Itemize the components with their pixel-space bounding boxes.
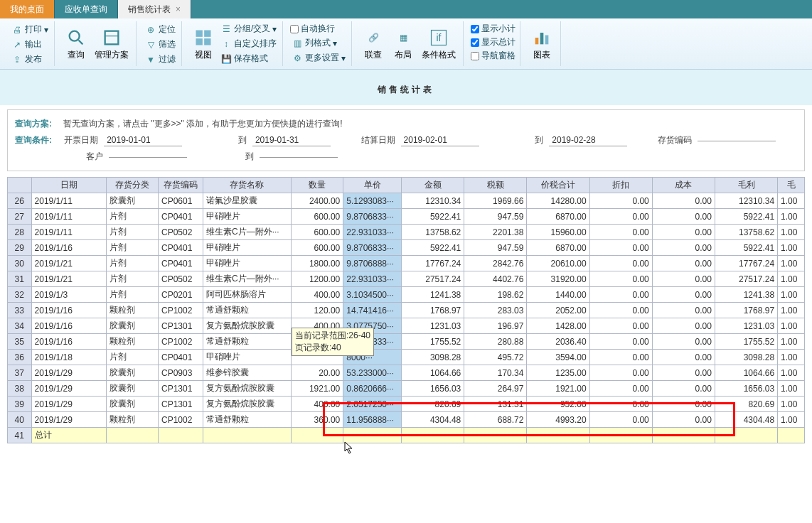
group-icon: ☰ — [220, 23, 232, 35]
show-subtotal-check[interactable]: 显示小计 — [471, 23, 515, 35]
col-discount[interactable]: 折扣 — [589, 178, 652, 193]
col-gross[interactable]: 毛利 — [715, 178, 777, 193]
more-settings-button[interactable]: ⚙更多设置 ▾ — [290, 51, 347, 65]
table-row[interactable]: 362019/1/18片剂CP0401甲硝唑片8000···3098.28495… — [8, 350, 805, 365]
svg-rect-11 — [540, 33, 544, 44]
col-code[interactable]: 存货编码 — [159, 178, 203, 193]
chart-button[interactable]: 图表 — [528, 25, 556, 63]
auto-wrap-check[interactable]: 自动换行 — [290, 23, 347, 35]
customer-to-field[interactable] — [260, 156, 338, 158]
ribbon-toolbar: 🖨打印 ▾ ↗输出 ⇪发布 查询 管理方案 ⊕定位 ▽筛选 ▼过滤 视图 ☰分组… — [0, 18, 812, 70]
chart-icon — [530, 26, 553, 49]
to-label-3: 到 — [214, 151, 254, 163]
row-number-header — [8, 178, 32, 193]
close-icon[interactable]: × — [176, 4, 181, 14]
table-row[interactable]: 282019/1/11片剂CP0502维生素C片—附外···600.0022.9… — [8, 225, 805, 240]
svg-rect-7 — [204, 38, 210, 45]
table-row[interactable]: 332019/1/16颗粒剂CP1002常通舒颗粒120.0014.741416… — [8, 303, 805, 318]
settle-date-from[interactable]: 2019-02-01 — [401, 134, 479, 146]
to-label-2: 到 — [506, 134, 544, 146]
column-icon: ▥ — [292, 38, 303, 49]
grid-header-row: 日期 存货分类 存货编码 存货名称 数量 单价 金额 税额 价税合计 折扣 成本… — [8, 178, 805, 193]
search-icon — [65, 26, 87, 49]
col-cost[interactable]: 成本 — [652, 178, 715, 193]
table-row[interactable]: 272019/1/11片剂CP0401甲硝唑片600.009.8706833··… — [8, 209, 805, 225]
cond-format-button[interactable]: if条件格式 — [419, 25, 459, 63]
table-row[interactable]: 382019/1/29胶囊剂CP1301复方氨酚烷胺胶囊1921.000.862… — [8, 381, 805, 397]
locate-button[interactable]: ⊕定位 — [144, 23, 177, 36]
stock-code-field[interactable] — [698, 139, 776, 141]
invoice-date-label: 开票日期 — [60, 134, 98, 146]
save-icon: 💾 — [220, 53, 232, 65]
col-amount[interactable]: 金额 — [402, 178, 464, 193]
table-row[interactable]: 372019/1/29胶囊剂CP0903维参锌胶囊20.0053.233000·… — [8, 365, 805, 381]
table-row[interactable]: 352019/1/16颗粒剂CP1002常通舒颗粒120.0014.629333… — [8, 334, 805, 350]
filter-icon: ▽ — [145, 39, 156, 50]
stock-code-label: 存货编码 — [654, 134, 692, 146]
link-query-button[interactable]: 🔗联查 — [359, 25, 388, 63]
view-button[interactable]: 视图 — [189, 25, 218, 63]
svg-rect-4 — [196, 31, 203, 37]
print-button[interactable]: 🖨打印 ▾ — [10, 23, 50, 36]
col-sum[interactable]: 价税合计 — [527, 178, 589, 193]
annotation-box — [323, 402, 735, 436]
col-tax[interactable]: 税额 — [464, 178, 527, 193]
col-price[interactable]: 单价 — [343, 178, 402, 193]
table-row[interactable]: 322019/1/3片剂CP0201阿司匹林肠溶片400.003.1034500… — [8, 287, 805, 303]
table-row[interactable]: 302019/1/21片剂CP0401甲硝唑片1800.009.8706888·… — [8, 256, 805, 271]
save-format-button[interactable]: 💾保存格式 — [219, 52, 278, 65]
tab-receivable[interactable]: 应收单查询 — [55, 0, 118, 18]
customer-field[interactable] — [109, 156, 187, 158]
link-icon: 🔗 — [362, 26, 385, 49]
query-cond-label: 查询条件: — [15, 134, 55, 146]
table-row[interactable]: 342019/1/16胶囊剂CP1301复方氨酚烷胺胶囊400.003.0775… — [8, 318, 805, 334]
layout-icon: ▦ — [392, 26, 415, 49]
page-title: 销售统计表 — [0, 70, 812, 105]
svg-rect-5 — [204, 31, 210, 37]
mouse-cursor — [344, 441, 354, 454]
show-total-check[interactable]: 显示总计 — [471, 36, 515, 48]
view-icon — [192, 26, 215, 49]
table-row[interactable]: 312019/1/21片剂CP0502维生素C片—附外···1200.0022.… — [8, 271, 805, 287]
publish-icon: ⇪ — [11, 54, 23, 65]
sort-icon: ↕ — [220, 38, 232, 50]
tab-bar: 我的桌面 应收单查询 销售统计表× — [0, 0, 812, 18]
svg-point-0 — [70, 31, 80, 41]
col-qty[interactable]: 数量 — [291, 178, 343, 193]
export-icon: ↗ — [11, 39, 23, 50]
nav-pane-check[interactable]: 导航窗格 — [471, 50, 515, 62]
col-category[interactable]: 存货分类 — [106, 178, 158, 193]
invoice-date-from[interactable]: 2019-01-01 — [104, 134, 182, 146]
col-name[interactable]: 存货名称 — [203, 178, 291, 193]
query-button[interactable]: 查询 — [62, 25, 90, 63]
customer-label: 客户 — [63, 151, 103, 163]
invoice-date-to[interactable]: 2019-01-31 — [252, 134, 331, 146]
svg-line-1 — [79, 41, 83, 45]
publish-button[interactable]: ⇪发布 — [10, 53, 50, 66]
col-date[interactable]: 日期 — [31, 178, 106, 193]
svg-rect-2 — [105, 31, 119, 45]
layout-button[interactable]: ▦布局 — [389, 25, 417, 63]
manage-scheme-button[interactable]: 管理方案 — [92, 25, 132, 63]
tab-sales-stats[interactable]: 销售统计表× — [118, 0, 191, 18]
svg-rect-6 — [196, 38, 203, 45]
printer-icon: 🖨 — [11, 24, 23, 36]
query-scheme-text: 暂无查询方案，请点击 "更多>>" 添加，有助于您更加方便快捷的进行查询! — [63, 118, 343, 130]
table-row[interactable]: 292019/1/16片剂CP0401甲硝唑片600.009.8706833··… — [8, 240, 805, 256]
col-margin[interactable]: 毛 — [778, 178, 805, 193]
settle-date-label: 结算日期 — [358, 134, 395, 146]
table-row[interactable]: 262019/1/11胶囊剂CP0601诺氟沙星胶囊2400.005.12930… — [8, 193, 805, 209]
funnel-button[interactable]: ▼过滤 — [144, 53, 177, 66]
scheme-icon — [100, 26, 123, 49]
svg-rect-10 — [535, 38, 539, 44]
query-panel: 查询方案: 暂无查询方案，请点击 "更多>>" 添加，有助于您更加方便快捷的进行… — [7, 109, 805, 171]
group-button[interactable]: ☰分组/交叉 ▾ — [219, 22, 278, 36]
export-button[interactable]: ↗输出 — [10, 38, 50, 51]
svg-rect-12 — [545, 36, 549, 45]
tab-desktop[interactable]: 我的桌面 — [0, 0, 55, 18]
filter-button[interactable]: ▽筛选 — [144, 38, 177, 51]
settle-date-to[interactable]: 2019-02-28 — [549, 134, 627, 146]
column-format-button[interactable]: ▥列格式 ▾ — [290, 36, 347, 50]
custom-sort-button[interactable]: ↕自定义排序 — [219, 37, 278, 50]
query-scheme-label: 查询方案: — [15, 118, 58, 130]
